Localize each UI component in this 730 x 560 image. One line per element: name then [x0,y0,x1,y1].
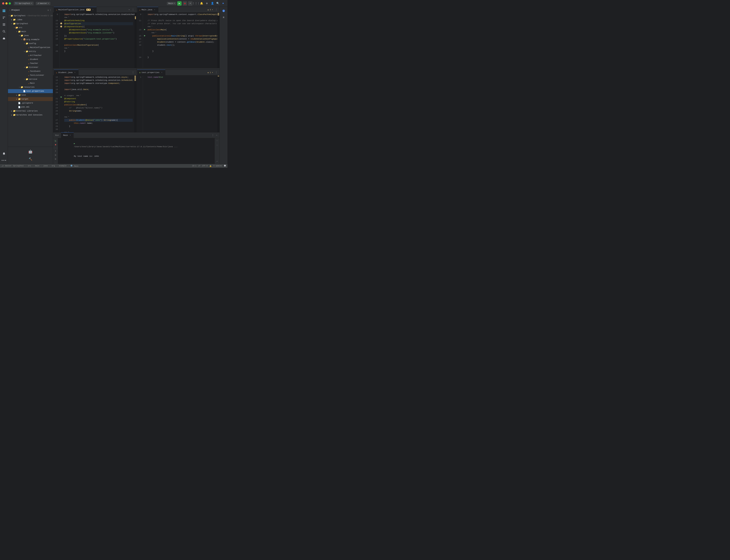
debug-button[interactable]: 🐞 [183,1,187,6]
project-selector[interactable]: S1 SpringTest ▾ [14,2,34,5]
tree-item-src[interactable]: ▾ 📂 src [8,26,53,30]
tree-item-config[interactable]: ▾ 📁 config [8,41,53,45]
ai-icon[interactable]: M [220,14,227,21]
minimize-button[interactable] [5,2,8,5]
tree-item-testlistener[interactable]: ☕ TestListener [8,73,53,77]
status-src[interactable]: src [28,165,31,167]
panel-more-icon[interactable]: ⋮ [211,134,215,137]
notifications-tool-icon[interactable] [1,150,7,157]
wrap-icon[interactable]: ↩ [215,159,219,163]
scroll-down-icon[interactable]: ↓ [215,143,219,147]
project-panel-header[interactable]: ▾ Project ⚙ ⋮ [8,7,53,13]
scroll-end-button[interactable]: ⬇ [54,150,57,153]
tree-item-idea[interactable]: ▶ 📁 .idea [8,18,53,22]
hammer-icon[interactable]: 🔨 [27,156,34,162]
tree-item-student[interactable]: ☕ Student [8,57,53,61]
run-config-selector[interactable]: Main ▾ [167,2,176,5]
tab-more-icon[interactable]: ⋮ [131,8,135,11]
coverage-button[interactable]: ☂ [188,1,192,6]
tree-item-java-dir[interactable]: ▾ 📁 java [8,34,53,38]
rerun-button[interactable]: ↻ [54,139,57,143]
notifications-icon[interactable]: 🔔 [199,1,204,6]
tab-more-icon[interactable]: ⋮ [131,71,135,74]
status-vcs-icon[interactable]: ⎇ [1,165,4,167]
tree-item-external-libs[interactable]: ▶ 📁 External Libraries [8,109,53,113]
vcs-icon[interactable] [1,14,7,21]
tree-item-test-properties[interactable]: 📄 test.properties [8,89,53,93]
tab-main[interactable]: Main × [61,132,74,138]
code-editor-bottom-right[interactable]: test.name=Eve [146,75,217,132]
ide-features-icon[interactable]: ● [221,1,225,6]
close-button[interactable] [2,2,4,5]
status-project[interactable]: SpringTest [13,165,24,167]
status-position[interactable]: 19:1 [192,165,196,167]
filter-button[interactable]: ⚙ [54,153,57,157]
tab-main-java[interactable]: ☕ Main.java × [137,7,158,12]
status-indent[interactable]: 4 spaces [213,165,222,167]
tree-item-target[interactable]: ▶ 📁 target [8,97,53,101]
status-class[interactable]: Main [70,165,78,167]
status-encoding[interactable]: UTF-8 [202,165,207,167]
tab-close-icon[interactable]: × [92,8,94,11]
tree-item-listener[interactable]: ▾ 📁 listener [8,65,53,69]
panel-settings-icon[interactable]: ⚙ [47,9,49,11]
tab-close-icon[interactable]: × [153,8,156,11]
tree-item-main-dir[interactable]: ▾ 📁 main [8,30,53,34]
panel-minimize-icon[interactable]: — [215,134,218,137]
structure-icon[interactable] [1,21,7,28]
tab-student[interactable]: ☕ Student.java × [54,70,78,75]
tree-item-testevent[interactable]: ☕ TestEvent [8,69,53,73]
run-button[interactable]: ▶ [177,1,182,6]
horizontal-scrollbar[interactable] [136,68,220,69]
settings-icon[interactable]: ⚙ [205,1,209,6]
android-icon[interactable]: 🤖 [27,148,34,155]
code-editor-top-left[interactable]: import org.springframework.scheduling.an… [63,13,134,68]
search-everywhere-icon[interactable]: ⋮⋮⋮ [194,1,198,6]
panel-more-icon[interactable]: ⋮ [49,9,51,11]
tab-close-icon[interactable]: × [69,134,71,137]
tab-more-icon[interactable]: ⋮ [214,8,218,11]
tree-item-main-java[interactable]: ☕ Main [8,81,53,85]
tab-chevron-icon[interactable]: ▾ [128,8,130,11]
project-view-icon[interactable] [1,8,7,14]
tree-item-scratches[interactable]: ▶ 📁 Scratches and Consoles [8,113,53,117]
tree-item-resources[interactable]: ▾ 📁 resources [8,85,53,89]
code-editor-top-right[interactable]: import org.springframework.context.suppo… [146,13,217,68]
tab-close-icon[interactable]: × [74,71,76,74]
status-java[interactable]: java [43,165,48,167]
status-branch[interactable]: master [5,165,12,167]
stop-button[interactable]: ■ [54,143,57,146]
tab-close-icon[interactable]: × [160,71,163,74]
status-example[interactable]: example [59,165,66,167]
tree-item-teacher[interactable]: ☕ Teacher [8,61,53,65]
tree-item-gitignore[interactable]: 📄 .gitignore [8,101,53,105]
status-lock-icon[interactable]: 🔒 [209,165,211,167]
tree-item-artteacher[interactable]: ☕ ArtTeacher [8,53,53,57]
find-tool-icon[interactable] [1,28,7,35]
notifications-right-icon[interactable]: i [220,8,227,14]
status-linesep[interactable]: LF [198,165,200,167]
status-main[interactable]: main [35,165,39,167]
maximize-button[interactable] [9,2,11,5]
tree-item-springtest[interactable]: ▾ 📁 SpringTest [8,22,53,26]
tab-test-properties[interactable]: ⚙ test.properties × [137,70,165,75]
status-git-icon[interactable] [224,165,226,167]
branch-selector[interactable]: ⎇ master ▾ [36,2,50,5]
tree-item-springtest-root[interactable]: ▾ 📁 SpringTest ~/Desktop/CS/JavaEE/2 Jav… [8,14,53,18]
code-editor-bottom-left[interactable]: import org.springframework.scheduling.an… [63,75,134,132]
tree-item-service[interactable]: ▾ 📁 service [8,77,53,81]
tab-mainconfiguration[interactable]: ☕ MainConfiguration.java ▲ 4 × [54,7,97,12]
find-icon[interactable]: 🔍 [215,1,220,6]
settings-button[interactable]: ⚙ [54,157,57,161]
horizontal-scrollbar[interactable] [53,68,136,69]
tab-run[interactable]: Run [53,132,61,138]
scroll-up-icon[interactable]: ↑ [215,139,219,143]
tab-more-icon[interactable]: ⋮ [214,71,218,74]
tree-item-org-example[interactable]: ▾ 📦 org.example [8,38,53,41]
more-tools-icon[interactable]: ••• [1,157,7,164]
tree-item-pom[interactable]: 📄 pom.xml [8,105,53,109]
account-icon[interactable]: 👤 [210,1,214,6]
more-actions[interactable]: ⋮ [54,162,56,164]
tree-item-test[interactable]: ▶ 📁 test [8,93,53,97]
tree-item-entity[interactable]: ▾ 📁 entity [8,49,53,53]
